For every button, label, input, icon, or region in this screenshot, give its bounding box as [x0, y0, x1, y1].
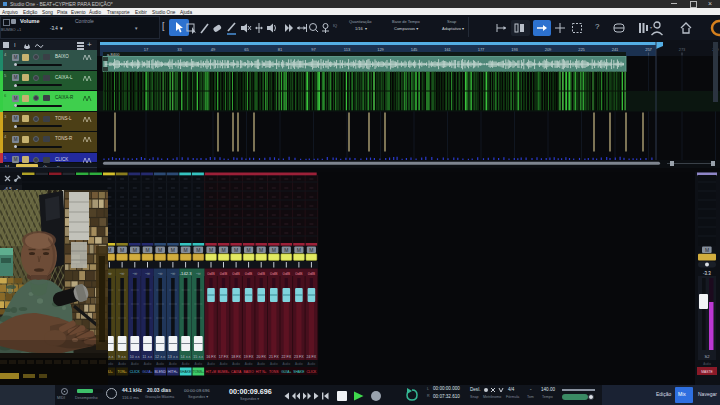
svg-text:-3.3: -3.3: [703, 271, 711, 276]
svg-text:-∞: -∞: [145, 271, 150, 276]
svg-text:Audio: Audio: [156, 362, 164, 366]
svg-text:17: 17: [144, 47, 149, 52]
svg-text:TONS+: TONS+: [193, 370, 204, 374]
svg-text:-∞: -∞: [132, 271, 137, 276]
svg-text:M: M: [171, 247, 175, 253]
svg-text:33: 33: [177, 47, 182, 52]
svg-text:0dB: 0dB: [270, 271, 278, 276]
svg-text:Audio: Audio: [118, 362, 126, 366]
svg-text:Audio: Audio: [194, 362, 202, 366]
svg-text:BLEND: BLEND: [155, 370, 167, 374]
svg-text:15 ∧∧: 15 ∧∧: [193, 355, 204, 359]
svg-text:Audio: Audio: [295, 362, 303, 366]
svg-text:193: 193: [511, 47, 518, 52]
svg-text:49: 49: [211, 47, 216, 52]
svg-text:Audio: Audio: [703, 362, 711, 366]
svg-text:M: M: [705, 247, 709, 253]
svg-text:M: M: [196, 247, 200, 253]
svg-text:BUMB+: BUMB+: [218, 370, 230, 374]
svg-text:M: M: [284, 247, 288, 253]
svg-text:M: M: [259, 247, 263, 253]
svg-text:TON+: TON+: [118, 370, 127, 374]
svg-text:Audio: Audio: [182, 362, 190, 366]
svg-text:HIT+M: HIT+M: [206, 370, 216, 374]
svg-text:Audio: Audio: [245, 362, 253, 366]
svg-text:M: M: [309, 247, 313, 253]
svg-text:0dB: 0dB: [308, 271, 316, 276]
svg-text:21 FX: 21 FX: [269, 355, 279, 359]
svg-text:Audio: Audio: [282, 362, 290, 366]
svg-text:S2: S2: [704, 354, 710, 359]
svg-text:9 ∧∧: 9 ∧∧: [118, 355, 127, 359]
svg-text:CAIXA: CAIXA: [231, 370, 242, 374]
svg-text:-142.3: -142.3: [180, 271, 193, 276]
svg-text:273: 273: [679, 47, 686, 52]
svg-text:14 ∧∧: 14 ∧∧: [180, 355, 191, 359]
svg-text:Audio: Audio: [308, 362, 316, 366]
svg-text:CLICK: CLICK: [130, 370, 141, 374]
svg-text:257: 257: [645, 47, 652, 52]
svg-text:11 ∧∧: 11 ∧∧: [143, 355, 153, 359]
svg-text:65: 65: [244, 47, 249, 52]
svg-text:Audio: Audio: [169, 362, 177, 366]
svg-text:M: M: [145, 247, 149, 253]
svg-text:129: 129: [377, 47, 384, 52]
svg-text:Audio: Audio: [144, 362, 152, 366]
svg-text:-∞: -∞: [171, 271, 176, 276]
svg-text:241: 241: [612, 47, 619, 52]
svg-text:M: M: [158, 247, 162, 253]
svg-text:M: M: [297, 247, 301, 253]
svg-text:SHAKE: SHAKE: [293, 370, 305, 374]
svg-text:M: M: [272, 247, 276, 253]
svg-text:0dB: 0dB: [220, 271, 228, 276]
svg-text:0dB: 0dB: [232, 271, 240, 276]
svg-text:113: 113: [344, 47, 351, 52]
svg-text:M: M: [221, 247, 225, 253]
svg-text:161: 161: [444, 47, 451, 52]
svg-text:225: 225: [578, 47, 585, 52]
svg-text:SHAKE: SHAKE: [180, 370, 192, 374]
svg-text:Audio: Audio: [232, 362, 240, 366]
svg-text:145: 145: [411, 47, 418, 52]
svg-text:Audio: Audio: [207, 362, 215, 366]
svg-text:M: M: [184, 247, 188, 253]
svg-text:-∞: -∞: [120, 271, 125, 276]
svg-text:TONS: TONS: [269, 370, 279, 374]
svg-text:177: 177: [478, 47, 485, 52]
svg-text:M: M: [133, 247, 137, 253]
svg-text:12 ∧∧: 12 ∧∧: [155, 355, 166, 359]
svg-text:BAIXO: BAIXO: [243, 370, 254, 374]
svg-text:M: M: [120, 247, 124, 253]
svg-text:0dB: 0dB: [295, 271, 303, 276]
svg-text:0dB: 0dB: [245, 271, 253, 276]
svg-text:20 FX: 20 FX: [256, 355, 266, 359]
svg-text:24 FX: 24 FX: [307, 355, 317, 359]
svg-text:22 FX: 22 FX: [282, 355, 292, 359]
svg-text:Audio: Audio: [220, 362, 228, 366]
svg-text:HITH+: HITH+: [168, 370, 178, 374]
svg-text:23 FX: 23 FX: [294, 355, 304, 359]
svg-text:0dB: 0dB: [207, 271, 215, 276]
svg-text:Audio: Audio: [257, 362, 265, 366]
svg-text:M: M: [234, 247, 238, 253]
svg-text:16 FX: 16 FX: [206, 355, 216, 359]
svg-text:-∞: -∞: [196, 271, 201, 276]
svg-text:Audio: Audio: [270, 362, 278, 366]
svg-text:M: M: [209, 247, 213, 253]
svg-text:CLICK: CLICK: [306, 370, 317, 374]
svg-text:19 FX: 19 FX: [244, 355, 254, 359]
svg-text:17 FX: 17 FX: [219, 355, 229, 359]
svg-text:18 FX: 18 FX: [231, 355, 241, 359]
svg-text:10 ∧∧: 10 ∧∧: [130, 355, 141, 359]
svg-text:97: 97: [311, 47, 316, 52]
svg-text:81: 81: [278, 47, 283, 52]
svg-text:-∞: -∞: [158, 271, 163, 276]
svg-text:209: 209: [545, 47, 552, 52]
svg-text:GUIA+: GUIA+: [142, 370, 152, 374]
svg-text:Audio: Audio: [131, 362, 139, 366]
svg-text:0dB: 0dB: [257, 271, 265, 276]
svg-text:GUIA+: GUIA+: [281, 370, 291, 374]
svg-text:13 ∧∧: 13 ∧∧: [168, 355, 179, 359]
svg-text:MASTE: MASTE: [701, 370, 713, 374]
svg-text:HIT N+: HIT N+: [256, 370, 267, 374]
